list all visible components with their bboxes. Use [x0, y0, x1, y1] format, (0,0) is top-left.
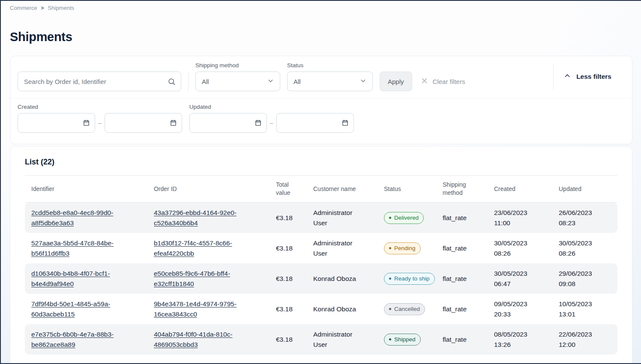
total-value: €3.18 — [276, 213, 313, 223]
less-filters-label: Less filters — [576, 73, 611, 81]
created-time: 13:26 — [494, 340, 559, 349]
breadcrumb-separator: > — [41, 5, 44, 11]
table-row: 527aae3a-5b5d-47c8-84be-b56f11d6ffb3 b1d… — [25, 233, 617, 263]
status-dot-icon — [389, 308, 391, 310]
range-dash: – — [270, 119, 273, 126]
status-filter-value: All — [294, 78, 301, 85]
customer-name: Administrator User — [313, 329, 384, 349]
created-from — [18, 113, 95, 133]
order-id-link[interactable]: e50ceb85-f9c6-47b6-bff4-e32cff1b1840 — [154, 269, 255, 289]
column-header-shipping-method: Shipping method — [443, 181, 494, 197]
identifier-link[interactable]: 527aae3a-5b5d-47c8-84be-b56f11d6ffb3 — [31, 238, 132, 258]
order-id-link[interactable]: b1d30f12-7f4c-4557-8c66-efeaf4220cbb — [154, 238, 255, 258]
calendar-icon[interactable] — [255, 119, 262, 128]
range-dash: – — [98, 119, 102, 126]
updated-time: 13:01 — [559, 309, 611, 319]
order-id-link[interactable]: 9b4e3478-1e4d-4974-9795-16cea3843cc0 — [154, 299, 255, 319]
updated-time: 08:26 — [559, 248, 611, 258]
updated-filter: Updated – — [189, 104, 354, 133]
filters-toggle-area: Less filters — [553, 63, 623, 90]
shipping-method-select[interactable]: All — [195, 72, 280, 91]
status-badge: Pending — [384, 242, 421, 254]
customer-name: Konrad Oboza — [313, 274, 384, 283]
customer-name: Administrator User — [313, 208, 384, 228]
search-input[interactable] — [18, 72, 181, 91]
updated-date: 26/06/2023 — [559, 208, 611, 218]
status-label: Shipped — [394, 336, 416, 343]
filters-panel: Shipping method All Status All — [10, 56, 632, 144]
status-dot-icon — [389, 338, 391, 340]
shipping-method-value: All — [202, 78, 209, 85]
total-value: €3.18 — [276, 334, 313, 344]
table-header: Identifier Order ID Total value Customer… — [25, 175, 617, 203]
table-row: d106340b-b4b8-4f07-bcf1-b4e4d9af94e0 e50… — [25, 263, 617, 294]
column-header-identifier: Identifier — [31, 185, 154, 193]
page-title: Shipments — [10, 30, 641, 44]
filters-row-dates: Created – — [10, 98, 632, 144]
total-value: €3.18 — [276, 274, 313, 283]
created-date: 09/05/2023 — [494, 299, 559, 309]
updated-to — [276, 113, 354, 133]
identifier-link[interactable]: e7e375cb-6b0b-4e7a-88b3-be862ace8a89 — [31, 329, 132, 349]
close-icon — [421, 77, 428, 86]
identifier-link[interactable]: 2cdd5eb8-e8a0-4ec8-99d0-a8f5db6e3a63 — [31, 208, 132, 228]
created-at: 09/05/202320:33 — [494, 299, 559, 319]
calendar-icon[interactable] — [170, 119, 177, 128]
customer-name: Konrad Oboza — [313, 304, 384, 314]
updated-time: 12:00 — [559, 340, 611, 349]
chevron-up-icon — [564, 72, 571, 81]
total-value: €3.18 — [276, 243, 313, 253]
chevron-down-icon — [360, 78, 366, 85]
created-label: Created — [18, 104, 182, 110]
created-at: 23/06/202311:00 — [494, 208, 559, 228]
table-row: 2cdd5eb8-e8a0-4ec8-99d0-a8f5db6e3a63 43a… — [25, 203, 617, 233]
status-dot-icon — [389, 277, 391, 280]
shipping-method: flat_rate — [443, 243, 494, 253]
created-at: 08/05/202313:26 — [494, 329, 559, 349]
list-title: List (22) — [25, 146, 617, 175]
status-label: Delivered — [394, 215, 419, 221]
identifier-link[interactable]: 7df9f4bd-50e1-4845-a59a-60d3acbeb115 — [31, 299, 132, 319]
filters-row-main: Shipping method All Status All — [10, 56, 632, 98]
created-time: 20:33 — [494, 309, 559, 319]
status-dot-icon — [389, 247, 391, 249]
apply-button[interactable]: Apply — [380, 72, 412, 91]
shipping-method-filter: Shipping method All — [195, 62, 280, 91]
status-dot-icon — [389, 217, 391, 219]
less-filters-button[interactable]: Less filters — [564, 72, 623, 81]
column-header-created: Created — [494, 185, 559, 193]
updated-time: 09:08 — [559, 279, 611, 289]
total-value: €3.18 — [276, 304, 313, 314]
calendar-icon[interactable] — [341, 119, 349, 128]
status-select[interactable]: All — [287, 72, 373, 91]
updated-date: 22/06/2023 — [559, 329, 611, 339]
created-time: 11:00 — [494, 218, 559, 228]
breadcrumb-item-commerce[interactable]: Commerce — [10, 5, 37, 11]
shipping-method: flat_rate — [443, 334, 494, 344]
created-date: 30/05/2023 — [494, 238, 559, 248]
updated-range: – — [189, 113, 354, 133]
breadcrumb-item-shipments[interactable]: Shipments — [48, 5, 74, 11]
filter-divider — [553, 63, 554, 90]
status-badge: Delivered — [384, 212, 424, 224]
updated-date: 10/05/2023 — [559, 299, 611, 309]
status-filter: Status All — [287, 62, 373, 91]
customer-name: Administrator User — [313, 238, 384, 258]
created-date: 30/05/2023 — [494, 269, 559, 278]
status-label: Ready to ship — [394, 275, 430, 282]
identifier-link[interactable]: d106340b-b4b8-4f07-bcf1-b4e4d9af94e0 — [31, 269, 132, 289]
shipping-method: flat_rate — [443, 274, 494, 283]
created-date: 23/06/2023 — [494, 208, 559, 218]
shipping-method: flat_rate — [443, 213, 494, 223]
order-id-link[interactable]: 43a37296-ebbd-4164-92e0-c526a340b6b4 — [154, 208, 255, 228]
calendar-icon[interactable] — [83, 119, 90, 128]
updated-at: 30/05/202308:26 — [559, 238, 611, 258]
created-time: 06:47 — [494, 279, 559, 289]
list-panel: List (22) Identifier Order ID Total valu… — [10, 146, 632, 364]
shipping-method-label: Shipping method — [195, 62, 280, 69]
status-label: Pending — [394, 245, 416, 252]
updated-time: 08:23 — [559, 218, 611, 228]
order-id-link[interactable]: 404ab794-f0f0-41da-810c-4869053cbbd3 — [154, 329, 255, 349]
clear-filters-button[interactable]: Clear filters — [419, 72, 467, 91]
page: Commerce > Shipments Shipments Shipping … — [0, 0, 641, 364]
